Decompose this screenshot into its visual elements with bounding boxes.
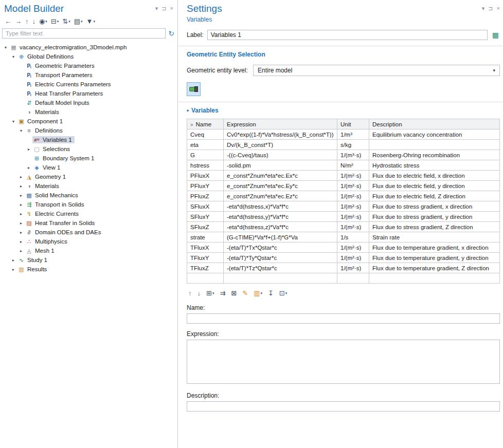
tree-chevron-icon[interactable]: ▾ [10, 119, 17, 124]
panel-menu-icon[interactable]: ▾ [482, 5, 485, 12]
tree-item[interactable]: ▾ ⊕ Global Definitions [0, 52, 177, 61]
tree-chevron-icon[interactable]: ▸ [25, 147, 32, 152]
var-name-cell[interactable]: TFluxY [187, 253, 224, 263]
node-text-menu-button[interactable]: ▤ ▾ [73, 17, 84, 26]
tree-chevron-icon[interactable]: ▸ [10, 267, 17, 272]
close-panel-icon[interactable]: × [497, 5, 500, 12]
var-name-cell[interactable]: PFluxX [187, 171, 224, 181]
var-unit-cell[interactable]: 1/m³ [337, 129, 369, 140]
filter-menu-button[interactable]: ▼ ▾ [85, 17, 97, 26]
var-description-cell[interactable]: Equilibrium vacancy concentration [369, 129, 500, 140]
add-variable-menu-button[interactable]: ⊞ ▾ [205, 289, 215, 297]
expand-menu-button[interactable]: ⇅ ▾ [61, 17, 71, 26]
tree-item[interactable]: ▾ ▦ vacancy_electromigration_3Dmodel.mph [0, 43, 177, 52]
float-panel-icon[interactable]: ⊐ [161, 5, 166, 12]
tree-chevron-icon[interactable]: ▸ [17, 230, 25, 235]
var-expression-cell[interactable]: -solid.pm [224, 160, 337, 171]
go-back-button[interactable]: ← [3, 17, 13, 26]
refresh-icon[interactable]: ↻ [168, 29, 174, 38]
tree-item[interactable]: ▸ ▥ Results [0, 265, 177, 274]
var-name-cell[interactable]: eta [187, 140, 224, 150]
tree-item[interactable]: ▸ ▩ Solid Mechanics [0, 191, 177, 200]
var-description-cell[interactable]: Flux due to temperature gradient, y dire… [369, 253, 500, 263]
var-description-cell[interactable]: Flux due to electric field, x direction [369, 171, 500, 181]
tree-chevron-icon[interactable]: ▸ [10, 258, 17, 263]
load-from-file-menu-button[interactable]: ▥ ▾ [252, 289, 264, 297]
var-expression-cell[interactable]: -(eta/T)*Tx*Qstar*c [224, 242, 337, 253]
var-name-cell[interactable]: TFluxX [187, 242, 224, 253]
tree-item[interactable]: ▸ ↯ Electric Currents [0, 209, 177, 218]
tree-item[interactable]: a= Variables 1 [0, 135, 177, 144]
var-unit-cell[interactable]: N/m² [337, 160, 369, 171]
table-settings-menu-button[interactable]: ⊡ ▾ [278, 289, 289, 297]
variables-section-heading[interactable]: ▾ Variables [187, 107, 219, 114]
show-menu-button[interactable]: ◉ ▾ [38, 17, 49, 26]
tree-item[interactable]: ▸ ∴ Multiphysics [0, 237, 177, 246]
tree-item[interactable]: ▸ ⇶ Transport in Solids [0, 200, 177, 209]
var-expression-cell[interactable]: -eta*d(hstress,z)*Va*f*c [224, 222, 337, 232]
var-expression-cell[interactable]: -((c-Cveq)/taus) [224, 150, 337, 160]
var-unit-cell[interactable]: 1/(m²·s) [337, 181, 369, 191]
tree-filter-input[interactable] [2, 28, 166, 39]
var-unit-cell[interactable]: 1/(m²·s) [337, 253, 369, 263]
var-expression-cell[interactable]: -eta*d(hstress,x)*Va*f*c [224, 201, 337, 212]
tree-item[interactable]: ▸ ∿ Study 1 [0, 255, 177, 265]
tree-chevron-icon[interactable]: ▸ [17, 202, 25, 207]
tree-item[interactable]: ⇵ Default Model Inputs [0, 98, 177, 107]
tree-item[interactable]: Pᵢ Electric Currents Parameters [0, 80, 177, 89]
geometric-entity-selection-heading[interactable]: Geometric Entity Selection [187, 51, 265, 58]
var-name-cell[interactable]: SFluxY [187, 212, 224, 222]
var-name-cell[interactable]: hstress [187, 160, 224, 171]
var-expression-cell[interactable]: e_const*Znum*eta*ec.Ex*c [224, 171, 337, 181]
tree-item[interactable]: ◑ Materials [0, 107, 177, 117]
var-description-cell[interactable] [369, 140, 500, 150]
delete-rows-button[interactable]: ⊠ [229, 289, 238, 297]
var-name-cell[interactable]: TFluxZ [187, 263, 224, 273]
var-unit-cell[interactable]: 1/(m²·s) [337, 201, 369, 212]
var-expression-cell[interactable]: Dv/(k_B_const*T) [224, 140, 337, 150]
tree-chevron-icon[interactable]: ▾ [2, 45, 9, 50]
var-unit-cell[interactable]: 1/(m²·s) [337, 191, 369, 201]
edit-variable-button[interactable]: ✎ [241, 289, 249, 297]
var-unit-cell[interactable]: 1/(m²·s) [337, 222, 369, 232]
var-unit-cell[interactable]: 1/(m²·s) [337, 242, 369, 253]
tree-chevron-icon[interactable]: ▸ [17, 193, 25, 198]
tree-chevron-icon[interactable]: ▾ [10, 54, 17, 59]
tree-item[interactable]: ▸ ◬ Mesh 1 [0, 246, 177, 255]
tree-item[interactable]: ▸ ▨ Heat Transfer in Solids [0, 218, 177, 228]
var-expression-cell[interactable] [224, 273, 337, 284]
description-input[interactable] [187, 401, 500, 412]
var-name-cell[interactable]: SFluxZ [187, 222, 224, 232]
label-input[interactable] [207, 30, 488, 40]
var-description-cell[interactable]: Hydrostatic stress [369, 160, 500, 171]
var-expression-cell[interactable]: -(eta/T)*Ty*Qstar*c [224, 253, 337, 263]
go-forward-button[interactable]: → [13, 17, 23, 26]
tree-chevron-icon[interactable]: ▸ [25, 165, 32, 170]
tree-chevron-icon[interactable]: ▸ [17, 249, 25, 253]
var-description-cell[interactable]: Flux due to stress gradient, Z direction [369, 222, 500, 232]
close-panel-icon[interactable]: × [170, 5, 173, 12]
tree-item[interactable]: ▸ ∂ Domain ODEs and DAEs [0, 228, 177, 237]
tree-chevron-icon[interactable]: ▸ [17, 221, 25, 226]
tree-item[interactable]: Pᵢ Transport Parameters [0, 70, 177, 80]
var-name-cell[interactable]: strate [187, 232, 224, 242]
tree-item[interactable]: ▾ ≡ Definitions [0, 126, 177, 135]
tree-chevron-icon[interactable]: ▾ [17, 128, 25, 133]
var-expression-cell[interactable]: e_const*Znum*eta*ec.Ey*c [224, 181, 337, 191]
tree-item[interactable]: ▸ ◑ Materials [0, 181, 177, 191]
var-description-cell[interactable]: Flux due to electric field, y direction [369, 181, 500, 191]
var-name-cell[interactable]: PFluxZ [187, 191, 224, 201]
var-description-cell[interactable]: Rosenberg-Ohring recombination [369, 150, 500, 160]
expression-input[interactable] [187, 340, 500, 384]
var-description-cell[interactable] [369, 273, 500, 284]
var-unit-cell[interactable]: s/kg [337, 140, 369, 150]
label-aux-button[interactable]: ▦ [491, 31, 500, 39]
var-name-cell[interactable]: SFluxX [187, 201, 224, 212]
var-name-cell[interactable]: Cveq [187, 129, 224, 140]
row-move-up-button[interactable]: ↑ [187, 289, 193, 297]
var-expression-cell[interactable]: -(eta/T)*Tz*Qstar*c [224, 263, 337, 273]
row-move-down-button[interactable]: ↓ [196, 289, 203, 297]
tree-item[interactable]: ⊞ Boundary System 1 [0, 154, 177, 163]
var-name-cell[interactable]: G [187, 150, 224, 160]
var-description-cell[interactable]: Flux due to stress gradient, x direction [369, 201, 500, 212]
